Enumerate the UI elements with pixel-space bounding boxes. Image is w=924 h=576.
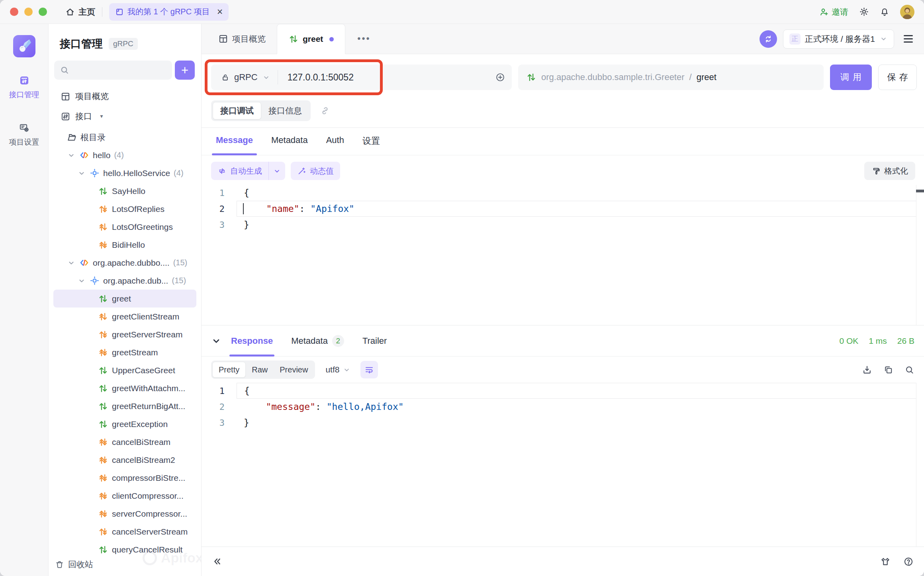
tab-api-info[interactable]: 接口信息 bbox=[261, 102, 309, 120]
tab-project-overview[interactable]: 项目概览 bbox=[207, 24, 277, 54]
code-line-2[interactable]: 2 "message": "hello,Apifox" bbox=[202, 399, 924, 415]
environment-selector[interactable]: 正 正式环境 / 服务器1 bbox=[783, 29, 894, 49]
sidebar-item-overview[interactable]: 项目概览 bbox=[49, 88, 201, 105]
tree-item-cancelBiStream2[interactable]: cancelBiStream2 bbox=[53, 451, 196, 469]
tree-item-UpperCaseGreet[interactable]: UpperCaseGreet bbox=[53, 361, 196, 379]
tree-item-greetClientStream[interactable]: greetClientStream bbox=[53, 308, 196, 325]
add-url-icon[interactable] bbox=[495, 72, 505, 82]
home-button[interactable]: 主页 bbox=[65, 6, 95, 18]
response-scrollbar[interactable] bbox=[916, 383, 924, 547]
code-line-1[interactable]: 1{ bbox=[202, 383, 924, 399]
menu-button[interactable] bbox=[900, 30, 916, 48]
search-response-button[interactable] bbox=[904, 365, 914, 375]
avatar[interactable] bbox=[900, 5, 914, 19]
auto-generate-caret[interactable] bbox=[269, 162, 285, 180]
link-icon[interactable] bbox=[320, 106, 330, 116]
tree-item-greetServerStream[interactable]: greetServerStream bbox=[53, 325, 196, 343]
tree-item-BidiHello[interactable]: BidiHello bbox=[53, 236, 196, 254]
close-window-button[interactable] bbox=[10, 8, 18, 16]
collapse-sidebar-icon[interactable] bbox=[212, 556, 223, 567]
sidebar-item-apis[interactable]: 接口 ▼ bbox=[49, 108, 201, 125]
tab-response[interactable]: Response bbox=[231, 325, 273, 356]
tree-item-LotsOfGreetings[interactable]: LotsOfGreetings bbox=[53, 218, 196, 236]
code-line-2[interactable]: 2 "name": "Apifox" bbox=[202, 201, 924, 217]
close-project-tab-icon[interactable]: × bbox=[217, 7, 223, 17]
search-input[interactable] bbox=[54, 61, 172, 80]
copy-response-button[interactable] bbox=[883, 365, 893, 375]
tree-item-SayHello[interactable]: SayHello bbox=[53, 182, 196, 200]
tree-item-org.apache.dub...[interactable]: org.apache.dub...(15) bbox=[53, 272, 196, 290]
view-preview[interactable]: Preview bbox=[274, 362, 314, 378]
word-wrap-button[interactable] bbox=[360, 361, 378, 378]
tree-item-org.apache.dubbo....[interactable]: org.apache.dubbo....(15) bbox=[53, 254, 196, 272]
theme-button[interactable] bbox=[880, 556, 891, 567]
chevron-down-icon[interactable] bbox=[67, 151, 76, 160]
code-line-3[interactable]: 3} bbox=[202, 415, 924, 431]
token: "name" bbox=[266, 204, 299, 214]
save-button[interactable]: 保存 bbox=[878, 65, 917, 90]
apis-label: 接口 bbox=[75, 111, 92, 122]
tree-item-compressorBiStre...[interactable]: compressorBiStre... bbox=[53, 469, 196, 487]
tab-strip: 项目概览 greet ••• 正 正式环境 / 服务器1 bbox=[202, 24, 924, 54]
tree-item-greet[interactable]: greet bbox=[53, 290, 196, 308]
invite-button[interactable]: 邀请 bbox=[819, 6, 848, 18]
code-line-3[interactable]: 3} bbox=[202, 217, 924, 233]
editor-scrollbar[interactable] bbox=[916, 185, 924, 325]
download-response-button[interactable] bbox=[862, 364, 872, 375]
tree-item-serverCompressor...[interactable]: serverCompressor... bbox=[53, 505, 196, 523]
tree-item-hello[interactable]: hello(4) bbox=[53, 146, 196, 164]
more-tabs-button[interactable]: ••• bbox=[345, 24, 382, 54]
view-pretty[interactable]: Pretty bbox=[212, 362, 246, 378]
tab-metadata[interactable]: Metadata bbox=[271, 135, 308, 155]
auto-generate-button[interactable]: 自动生成 bbox=[211, 162, 285, 180]
tree-item-cancelServerStream[interactable]: cancelServerStream bbox=[53, 523, 196, 541]
collapse-response-icon[interactable] bbox=[211, 336, 221, 346]
response-viewer[interactable]: 1{2 "message": "hello,Apifox"3} bbox=[202, 383, 924, 547]
tree-item-greetWithAttachm...[interactable]: greetWithAttachm... bbox=[53, 379, 196, 397]
tree-item-cancelBiStream[interactable]: cancelBiStream bbox=[53, 433, 196, 451]
tree-item-greetStream[interactable]: greetStream bbox=[53, 343, 196, 361]
dynamic-value-button[interactable]: 动态值 bbox=[291, 162, 340, 180]
sync-button[interactable] bbox=[760, 30, 777, 48]
tab-trailer[interactable]: Trailer bbox=[362, 325, 387, 356]
response-header: Response Metadata 2 Trailer 0 OK 1 ms 26… bbox=[202, 325, 924, 357]
tab-api-debug[interactable]: 接口调试 bbox=[213, 102, 261, 120]
format-button[interactable]: 格式化 bbox=[864, 162, 915, 180]
minimize-window-button[interactable] bbox=[24, 8, 33, 16]
tab-greet[interactable]: greet bbox=[277, 24, 345, 54]
maximize-window-button[interactable] bbox=[39, 8, 47, 16]
message-editor[interactable]: 1{2 "name": "Apifox"3} bbox=[202, 185, 924, 325]
view-raw[interactable]: Raw bbox=[246, 362, 274, 378]
protocol-selector[interactable]: gRPC bbox=[211, 72, 278, 82]
rail-api-label: 接口管理 bbox=[9, 90, 39, 100]
sidebar-item-trash[interactable]: 回收站 bbox=[49, 553, 201, 576]
tree-item-LotsOfReplies[interactable]: LotsOfReplies bbox=[53, 200, 196, 218]
chevron-down-icon[interactable] bbox=[67, 259, 76, 267]
tree-item-clientCompressor...[interactable]: clientCompressor... bbox=[53, 487, 196, 505]
project-tab[interactable]: 我的第 1 个 gRPC 项目 × bbox=[109, 3, 229, 21]
rail-item-project-settings[interactable]: 项目设置 bbox=[9, 122, 39, 147]
bidi-icon bbox=[98, 473, 108, 483]
token: "hello,Apifox" bbox=[327, 402, 404, 412]
tree-item-hello.HelloService[interactable]: hello.HelloService(4) bbox=[53, 164, 196, 182]
add-button[interactable]: + bbox=[175, 61, 195, 80]
tab-auth[interactable]: Auth bbox=[326, 135, 344, 155]
encoding-selector[interactable]: utf8 bbox=[325, 365, 351, 374]
word-wrap-icon bbox=[364, 365, 374, 374]
rail-item-api-management[interactable]: 接口管理 bbox=[9, 75, 39, 100]
url-input[interactable]: 127.0.0.1:50052 bbox=[288, 72, 495, 83]
notifications-bell-icon[interactable] bbox=[880, 7, 889, 17]
chevron-down-icon[interactable] bbox=[77, 169, 86, 178]
tab-message[interactable]: Message bbox=[216, 135, 253, 155]
tree-item-greetException[interactable]: greetException bbox=[53, 415, 196, 433]
invoke-button[interactable]: 调用 bbox=[830, 65, 872, 90]
settings-gear-icon[interactable] bbox=[859, 7, 869, 17]
tree-item-根目录[interactable]: 根目录 bbox=[53, 128, 196, 146]
code-line-1[interactable]: 1{ bbox=[202, 185, 924, 201]
tree-item-greetReturnBigAtt...[interactable]: greetReturnBigAtt... bbox=[53, 397, 196, 415]
help-button[interactable] bbox=[903, 556, 914, 567]
tab-settings[interactable]: 设置 bbox=[362, 135, 380, 155]
tab-response-metadata[interactable]: Metadata 2 bbox=[291, 325, 344, 356]
service-method-field[interactable]: org.apache.dubbo.sample.tri.Greeter / gr… bbox=[518, 65, 824, 90]
chevron-down-icon[interactable] bbox=[77, 276, 86, 285]
